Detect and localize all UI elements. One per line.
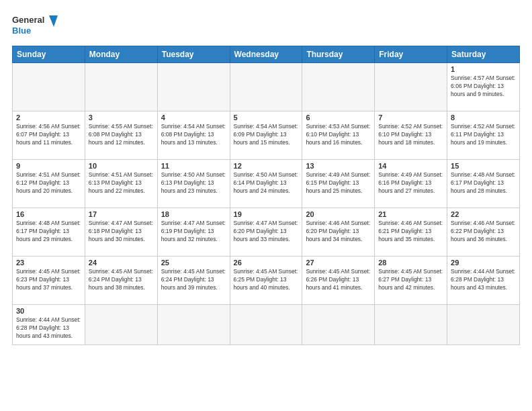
calendar-header-tuesday: Tuesday (157, 46, 230, 63)
day-number: 14 (378, 162, 443, 170)
generalblue-logo-icon: GeneralBlue (12, 12, 59, 39)
day-number: 17 (89, 210, 154, 218)
calendar-cell: 30Sunrise: 4:44 AM Sunset: 6:28 PM Dayli… (13, 305, 85, 345)
day-number: 8 (451, 113, 516, 122)
day-number: 5 (234, 113, 299, 122)
calendar-week-1: 1Sunrise: 4:57 AM Sunset: 6:06 PM Daylig… (13, 63, 520, 111)
calendar-cell: 16Sunrise: 4:48 AM Sunset: 6:17 PM Dayli… (13, 208, 85, 257)
day-number: 29 (451, 259, 516, 267)
calendar-cell: 21Sunrise: 4:46 AM Sunset: 6:21 PM Dayli… (375, 208, 447, 257)
day-info: Sunrise: 4:44 AM Sunset: 6:28 PM Dayligh… (16, 316, 81, 340)
day-number: 12 (234, 162, 299, 170)
calendar-header-row: SundayMondayTuesdayWednesdayThursdayFrid… (13, 46, 520, 63)
calendar-cell: 29Sunrise: 4:44 AM Sunset: 6:28 PM Dayli… (447, 257, 520, 305)
day-number: 18 (161, 210, 226, 218)
calendar-cell (85, 305, 157, 345)
day-info: Sunrise: 4:46 AM Sunset: 6:20 PM Dayligh… (306, 220, 371, 244)
day-number: 20 (306, 210, 371, 218)
day-number: 22 (451, 210, 516, 218)
calendar-cell: 9Sunrise: 4:51 AM Sunset: 6:12 PM Daylig… (13, 160, 85, 208)
day-info: Sunrise: 4:47 AM Sunset: 6:20 PM Dayligh… (234, 220, 299, 244)
day-info: Sunrise: 4:48 AM Sunset: 6:17 PM Dayligh… (451, 171, 516, 195)
day-info: Sunrise: 4:45 AM Sunset: 6:24 PM Dayligh… (89, 268, 154, 292)
calendar-cell (447, 305, 520, 345)
day-number: 6 (306, 113, 371, 122)
calendar-cell: 27Sunrise: 4:45 AM Sunset: 6:26 PM Dayli… (302, 257, 375, 305)
calendar-cell: 4Sunrise: 4:54 AM Sunset: 6:08 PM Daylig… (157, 111, 230, 160)
calendar-cell (157, 305, 230, 345)
day-number: 2 (16, 113, 81, 122)
day-number: 24 (89, 259, 154, 267)
day-info: Sunrise: 4:54 AM Sunset: 6:09 PM Dayligh… (234, 123, 299, 147)
calendar-cell: 15Sunrise: 4:48 AM Sunset: 6:17 PM Dayli… (447, 160, 520, 208)
calendar-cell: 20Sunrise: 4:46 AM Sunset: 6:20 PM Dayli… (302, 208, 375, 257)
day-info: Sunrise: 4:51 AM Sunset: 6:12 PM Dayligh… (16, 171, 81, 195)
svg-text:Blue: Blue (12, 26, 31, 36)
day-info: Sunrise: 4:57 AM Sunset: 6:06 PM Dayligh… (451, 75, 516, 99)
day-number: 25 (161, 259, 226, 267)
svg-marker-2 (49, 15, 58, 27)
day-number: 10 (89, 162, 154, 170)
day-number: 3 (89, 113, 154, 122)
day-info: Sunrise: 4:56 AM Sunset: 6:07 PM Dayligh… (16, 123, 81, 147)
calendar-header-wednesday: Wednesday (230, 46, 302, 63)
day-number: 27 (306, 259, 371, 267)
day-info: Sunrise: 4:49 AM Sunset: 6:15 PM Dayligh… (306, 171, 371, 195)
calendar-cell: 6Sunrise: 4:53 AM Sunset: 6:10 PM Daylig… (302, 111, 375, 160)
day-info: Sunrise: 4:44 AM Sunset: 6:28 PM Dayligh… (451, 268, 516, 292)
svg-text:General: General (12, 15, 44, 25)
day-info: Sunrise: 4:52 AM Sunset: 6:10 PM Dayligh… (378, 123, 443, 147)
calendar-cell: 18Sunrise: 4:47 AM Sunset: 6:19 PM Dayli… (157, 208, 230, 257)
day-info: Sunrise: 4:46 AM Sunset: 6:22 PM Dayligh… (451, 220, 516, 244)
day-info: Sunrise: 4:53 AM Sunset: 6:10 PM Dayligh… (306, 123, 371, 147)
logo: GeneralBlue (12, 12, 59, 39)
calendar-cell: 3Sunrise: 4:55 AM Sunset: 6:08 PM Daylig… (85, 111, 157, 160)
day-info: Sunrise: 4:47 AM Sunset: 6:18 PM Dayligh… (89, 220, 154, 244)
day-info: Sunrise: 4:45 AM Sunset: 6:23 PM Dayligh… (16, 268, 81, 292)
calendar-cell: 19Sunrise: 4:47 AM Sunset: 6:20 PM Dayli… (230, 208, 302, 257)
day-number: 13 (306, 162, 371, 170)
calendar-cell: 2Sunrise: 4:56 AM Sunset: 6:07 PM Daylig… (13, 111, 85, 160)
calendar-cell: 14Sunrise: 4:49 AM Sunset: 6:16 PM Dayli… (375, 160, 447, 208)
calendar-cell: 5Sunrise: 4:54 AM Sunset: 6:09 PM Daylig… (230, 111, 302, 160)
calendar-cell (85, 63, 157, 111)
calendar-week-5: 23Sunrise: 4:45 AM Sunset: 6:23 PM Dayli… (13, 257, 520, 305)
day-info: Sunrise: 4:47 AM Sunset: 6:19 PM Dayligh… (161, 220, 226, 244)
day-info: Sunrise: 4:50 AM Sunset: 6:13 PM Dayligh… (161, 171, 226, 195)
calendar-cell: 22Sunrise: 4:46 AM Sunset: 6:22 PM Dayli… (447, 208, 520, 257)
calendar-cell (230, 305, 302, 345)
day-info: Sunrise: 4:45 AM Sunset: 6:26 PM Dayligh… (306, 268, 371, 292)
calendar-cell (375, 63, 447, 111)
day-number: 15 (451, 162, 516, 170)
calendar-week-6: 30Sunrise: 4:44 AM Sunset: 6:28 PM Dayli… (13, 305, 520, 345)
calendar-cell: 7Sunrise: 4:52 AM Sunset: 6:10 PM Daylig… (375, 111, 447, 160)
calendar-cell: 10Sunrise: 4:51 AM Sunset: 6:13 PM Dayli… (85, 160, 157, 208)
calendar-cell (13, 63, 85, 111)
day-info: Sunrise: 4:54 AM Sunset: 6:08 PM Dayligh… (161, 123, 226, 147)
header: GeneralBlue (12, 12, 520, 39)
calendar-header-monday: Monday (85, 46, 157, 63)
calendar-week-4: 16Sunrise: 4:48 AM Sunset: 6:17 PM Dayli… (13, 208, 520, 257)
day-info: Sunrise: 4:50 AM Sunset: 6:14 PM Dayligh… (234, 171, 299, 195)
calendar-cell (302, 305, 375, 345)
calendar-cell: 28Sunrise: 4:45 AM Sunset: 6:27 PM Dayli… (375, 257, 447, 305)
day-number: 1 (451, 65, 516, 73)
calendar-cell: 8Sunrise: 4:52 AM Sunset: 6:11 PM Daylig… (447, 111, 520, 160)
day-info: Sunrise: 4:46 AM Sunset: 6:21 PM Dayligh… (378, 220, 443, 244)
calendar-cell (302, 63, 375, 111)
day-number: 11 (161, 162, 226, 170)
calendar-week-2: 2Sunrise: 4:56 AM Sunset: 6:07 PM Daylig… (13, 111, 520, 160)
day-number: 16 (16, 210, 81, 218)
calendar-cell: 12Sunrise: 4:50 AM Sunset: 6:14 PM Dayli… (230, 160, 302, 208)
day-number: 26 (234, 259, 299, 267)
day-info: Sunrise: 4:49 AM Sunset: 6:16 PM Dayligh… (378, 171, 443, 195)
calendar-header-saturday: Saturday (447, 46, 520, 63)
calendar-header-sunday: Sunday (13, 46, 85, 63)
calendar-cell (157, 63, 230, 111)
calendar-cell: 13Sunrise: 4:49 AM Sunset: 6:15 PM Dayli… (302, 160, 375, 208)
day-info: Sunrise: 4:45 AM Sunset: 6:24 PM Dayligh… (161, 268, 226, 292)
day-number: 21 (378, 210, 443, 218)
calendar-header-friday: Friday (375, 46, 447, 63)
day-number: 4 (161, 113, 226, 122)
day-number: 23 (16, 259, 81, 267)
